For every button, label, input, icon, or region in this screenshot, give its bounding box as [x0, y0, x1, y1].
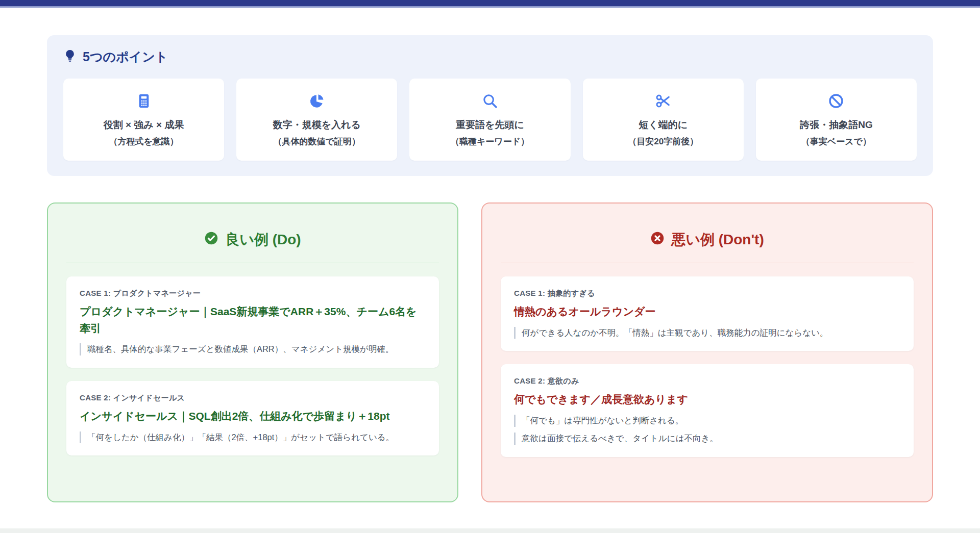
point-card-line1: 役割 × 強み × 成果 [68, 118, 219, 132]
point-card-line1: 数字・規模を入れる [241, 118, 392, 132]
point-card-line2: （具体的数値で証明） [241, 136, 392, 147]
x-circle-icon [650, 231, 665, 249]
dont-box: 悪い例 (Don't) CASE 1: 抽象的すぎる 情熱のあるオールラウンダー… [481, 202, 933, 502]
check-circle-icon [204, 231, 218, 249]
do-header-text: 良い例 (Do) [225, 230, 301, 249]
case-label: CASE 2: インサイドセールス [80, 393, 426, 403]
do-case-1: CASE 1: プロダクトマネージャー プロダクトマネージャー｜SaaS新規事業… [66, 276, 439, 368]
point-card-line1: 重要語を先頭に [414, 118, 565, 132]
point-cards-row: 役割 × 強み × 成果 （方程式を意識） 数字・規模を入れる （具体的数値で証… [63, 79, 917, 161]
top-accent-bar [0, 0, 980, 8]
do-divider [66, 263, 439, 263]
point-card-line2: （職種キーワード） [414, 136, 565, 147]
bottom-edge-strip [0, 528, 980, 533]
point-card-short: 短く端的に （目安20字前後） [583, 79, 744, 161]
point-card-line2: （目安20字前後） [588, 136, 739, 147]
point-card-line2: （方程式を意識） [68, 136, 219, 147]
case-note: 「何でも」は専門性がないと判断される。 [514, 415, 900, 427]
examples-section: 良い例 (Do) CASE 1: プロダクトマネージャー プロダクトマネージャー… [47, 202, 933, 502]
lightbulb-icon [63, 49, 77, 65]
point-card-numbers: 数字・規模を入れる （具体的数値で証明） [236, 79, 397, 161]
case-title: プロダクトマネージャー｜SaaS新規事業でARR＋35%、チーム6名を牽引 [80, 303, 426, 337]
case-label: CASE 2: 意欲のみ [514, 376, 900, 386]
ban-icon [761, 93, 912, 110]
dont-case-2: CASE 2: 意欲のみ 何でもできます／成長意欲あります 「何でも」は専門性が… [501, 364, 914, 456]
do-box: 良い例 (Do) CASE 1: プロダクトマネージャー プロダクトマネージャー… [47, 202, 458, 502]
do-case-2: CASE 2: インサイドセールス インサイドセールス｜SQL創出2倍、仕組み化… [66, 381, 439, 455]
points-panel: 5つのポイント 役割 × 強み × 成果 （方程式を意識） [47, 35, 933, 176]
case-note: 職種名、具体的な事業フェーズと数値成果（ARR）、マネジメント規模が明確。 [80, 343, 426, 356]
case-label: CASE 1: 抽象的すぎる [514, 289, 900, 298]
case-note: 「何をしたか（仕組み化）」「結果（2倍、+18pt）」がセットで語られている。 [80, 432, 426, 444]
page-content: 5つのポイント 役割 × 強み × 成果 （方程式を意識） [47, 35, 933, 502]
do-header: 良い例 (Do) [66, 230, 439, 249]
dont-divider [501, 263, 914, 263]
case-title: インサイドセールス｜SQL創出2倍、仕組み化で歩留まり＋18pt [80, 408, 426, 425]
point-card-line1: 短く端的に [588, 118, 739, 132]
search-icon [414, 93, 565, 110]
points-panel-title-text: 5つのポイント [83, 48, 168, 65]
case-title: 情熱のあるオールラウンダー [514, 303, 900, 320]
dont-header-text: 悪い例 (Don't) [671, 230, 764, 249]
dont-header: 悪い例 (Don't) [501, 230, 914, 249]
point-card-keywords: 重要語を先頭に （職種キーワード） [409, 79, 570, 161]
point-card-line2: （事実ベースで） [761, 136, 912, 147]
scissors-icon [588, 93, 739, 110]
dont-case-1: CASE 1: 抽象的すぎる 情熱のあるオールラウンダー 何ができる人なのか不明… [501, 276, 914, 351]
calculator-icon [68, 93, 219, 110]
case-title: 何でもできます／成長意欲あります [514, 391, 900, 408]
case-note: 意欲は面接で伝えるべきで、タイトルには不向き。 [514, 433, 900, 445]
point-card-no-exaggeration: 誇張・抽象語NG （事実ベースで） [756, 79, 917, 161]
case-note: 何ができる人なのか不明。「情熱」は主観であり、職務能力の証明にならない。 [514, 327, 900, 339]
points-panel-title: 5つのポイント [63, 48, 917, 65]
point-card-formula: 役割 × 強み × 成果 （方程式を意識） [63, 79, 224, 161]
pie-chart-icon [241, 93, 392, 110]
case-label: CASE 1: プロダクトマネージャー [80, 289, 426, 298]
point-card-line1: 誇張・抽象語NG [761, 118, 912, 132]
